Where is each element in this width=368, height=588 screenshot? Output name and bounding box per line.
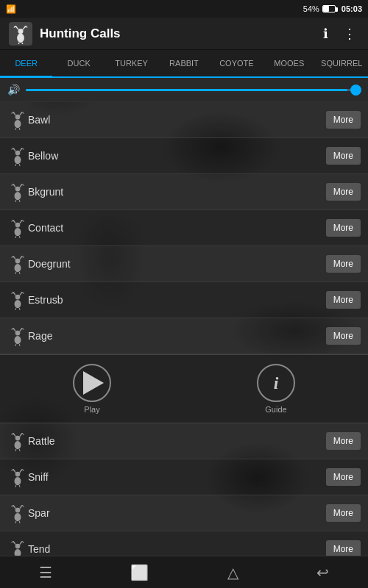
svg-line-63 [12, 292, 13, 293]
svg-line-114 [13, 541, 15, 542]
svg-line-68 [15, 308, 16, 310]
more-button-rattle[interactable]: More [326, 432, 361, 450]
sound-item-bkgrunt: Bkgrunt More [0, 174, 368, 210]
svg-line-18 [15, 128, 16, 130]
more-button-contact[interactable]: More [326, 219, 361, 237]
svg-point-50 [15, 264, 21, 272]
nav-up-button[interactable]: △ [222, 558, 244, 587]
more-button-sniff[interactable]: More [326, 468, 361, 486]
svg-line-7 [26, 26, 27, 27]
more-button-spar[interactable]: More [326, 504, 361, 522]
sound-name-rattle: Rattle [28, 435, 326, 447]
sound-item-estrusb: Estrusb More [0, 282, 368, 318]
sound-name-doegrunt: Doegrunt [28, 258, 326, 270]
svg-line-23 [12, 148, 13, 149]
sound-name-rage: Rage [28, 330, 326, 342]
svg-point-41 [15, 223, 21, 228]
deer-icon [7, 182, 28, 202]
svg-line-103 [12, 505, 13, 506]
deer-icon [7, 503, 28, 523]
guide-button-container: i Guide [257, 364, 295, 414]
sound-item-rattle: Rattle More [0, 423, 368, 459]
svg-line-98 [15, 485, 16, 487]
nav-home-button[interactable]: ⬜ [124, 558, 155, 587]
svg-point-40 [15, 228, 21, 236]
deer-icon [7, 146, 28, 166]
svg-point-31 [15, 187, 21, 192]
volume-slider[interactable] [26, 89, 361, 91]
svg-line-57 [22, 256, 24, 257]
nav-back-button[interactable]: ↩ [311, 558, 335, 587]
deer-icon [7, 431, 28, 451]
svg-point-100 [15, 513, 21, 521]
tab-squirrel[interactable]: SQUIRREL [316, 50, 368, 78]
svg-line-39 [19, 200, 20, 202]
guide-button[interactable]: i [257, 364, 295, 402]
svg-line-79 [19, 344, 20, 346]
svg-point-70 [15, 336, 21, 344]
tab-coyote[interactable]: COYOTE [210, 50, 263, 78]
svg-line-36 [21, 184, 22, 185]
tab-deer[interactable]: DEER [0, 50, 52, 78]
svg-line-74 [13, 328, 15, 329]
svg-line-44 [13, 220, 15, 221]
sound-item-bawl: Bawl More [0, 102, 368, 138]
svg-line-19 [19, 128, 20, 130]
svg-line-113 [12, 541, 13, 542]
sound-name-tend: Tend [28, 543, 326, 555]
svg-line-47 [22, 220, 24, 221]
svg-point-0 [17, 33, 24, 43]
svg-point-71 [15, 331, 21, 336]
sound-item-doegrunt: Doegrunt More [0, 246, 368, 282]
svg-line-58 [15, 272, 16, 274]
svg-line-89 [19, 449, 20, 451]
sound-name-contact: Contact [28, 222, 326, 234]
svg-line-16 [21, 112, 22, 113]
svg-point-80 [15, 441, 21, 449]
svg-line-56 [21, 256, 22, 257]
app-toolbar: Hunting Calls ℹ ⋮ [0, 18, 368, 50]
svg-line-67 [22, 292, 24, 293]
tab-turkey[interactable]: TURKEY [105, 50, 158, 78]
nav-menu-button[interactable]: ☰ [33, 558, 58, 587]
svg-point-110 [15, 549, 21, 556]
more-button-doegrunt[interactable]: More [326, 255, 361, 273]
svg-line-96 [21, 469, 22, 470]
tab-bar: DEER DUCK TURKEY RABBIT COYOTE MOOES SQU… [0, 50, 368, 78]
svg-point-101 [15, 508, 21, 513]
svg-line-66 [21, 292, 22, 293]
tab-moose[interactable]: MOOES [263, 50, 315, 78]
play-button-container: Play [73, 364, 111, 414]
sound-name-bellow: Bellow [28, 150, 326, 162]
sound-name-bkgrunt: Bkgrunt [28, 186, 326, 198]
svg-line-38 [15, 200, 16, 202]
svg-line-29 [19, 164, 20, 166]
menu-button[interactable]: ⋮ [340, 23, 359, 45]
tab-rabbit[interactable]: RABBIT [158, 50, 210, 78]
sound-list: Bawl More Bellow More [0, 102, 368, 556]
more-button-bawl[interactable]: More [326, 111, 361, 129]
play-button[interactable] [73, 364, 111, 402]
sound-item-sniff: Sniff More [0, 459, 368, 495]
info-button[interactable]: ℹ [320, 23, 331, 45]
svg-line-9 [22, 42, 23, 43]
svg-line-8 [18, 42, 19, 43]
sound-name-spar: Spar [28, 507, 326, 519]
play-circle [73, 364, 111, 402]
svg-point-10 [15, 120, 21, 128]
deer-icon [7, 254, 28, 274]
status-left: 📶 [6, 4, 16, 14]
tab-duck[interactable]: DUCK [52, 50, 105, 78]
more-button-estrusb[interactable]: More [326, 291, 361, 309]
svg-line-33 [12, 184, 13, 185]
more-button-rage[interactable]: More [326, 327, 361, 345]
deer-icon [7, 110, 28, 130]
svg-line-13 [12, 112, 13, 113]
deer-icon [7, 467, 28, 487]
more-button-bkgrunt[interactable]: More [326, 183, 361, 201]
svg-line-26 [21, 148, 22, 149]
more-button-bellow[interactable]: More [326, 147, 361, 165]
svg-line-49 [19, 236, 20, 238]
more-button-tend[interactable]: More [326, 540, 361, 556]
svg-line-76 [21, 328, 22, 329]
